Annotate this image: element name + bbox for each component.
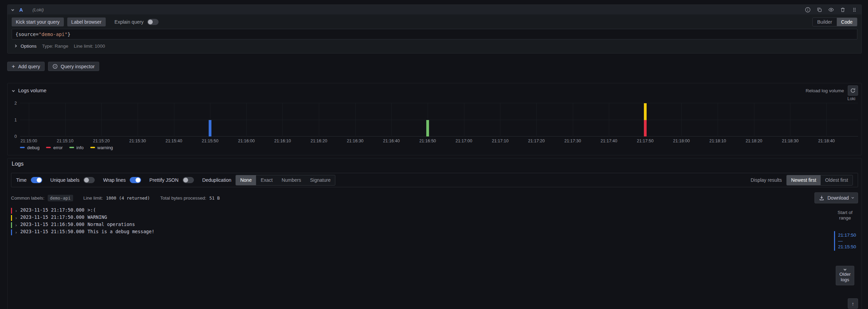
- start-of-range-label: Start of range: [837, 210, 853, 221]
- reload-log-volume-button[interactable]: [848, 85, 858, 96]
- display-order-option-newest-first[interactable]: Newest first: [787, 175, 821, 185]
- chart-legend: debugerrorinfowarning: [20, 144, 858, 151]
- download-button[interactable]: Download: [814, 192, 858, 203]
- dedup-option-signature[interactable]: Signature: [305, 175, 335, 185]
- log-row-expand-icon[interactable]: ›: [12, 229, 20, 236]
- legend-swatch: [46, 147, 51, 148]
- total-bytes-value: 51 B: [209, 195, 220, 201]
- drag-query-handle[interactable]: [852, 7, 857, 13]
- x-axis-label: 21:17:00: [455, 139, 472, 143]
- options-type-summary: Type: Range: [42, 44, 69, 49]
- explain-query-label: Explain query: [115, 19, 144, 25]
- legend-item-warning[interactable]: warning: [90, 145, 113, 150]
- query-toolbar: Kick start your query Label browser Expl…: [12, 17, 857, 26]
- legend-item-error[interactable]: error: [46, 145, 62, 150]
- duplicate-query-button[interactable]: [817, 7, 822, 13]
- x-axis-label: 21:17:10: [492, 139, 509, 143]
- query-text-prefix: {source=: [15, 32, 38, 37]
- time-toggle[interactable]: [31, 177, 42, 183]
- add-query-button[interactable]: + Add query: [7, 62, 45, 71]
- editor-mode-option-code[interactable]: Code: [837, 18, 857, 26]
- line-limit-value: 1000 (4 returned): [106, 195, 150, 201]
- log-row[interactable]: ›2023-11-15 21:17:50.000>:(: [11, 207, 832, 214]
- wrap-lines-label: Wrap lines: [103, 177, 126, 183]
- y-axis-label: 2: [14, 100, 17, 106]
- x-axis-label: 21:18:20: [745, 139, 762, 143]
- query-help-button[interactable]: [805, 7, 811, 13]
- older-logs-button[interactable]: Older logs: [836, 266, 854, 285]
- logs-volume-plot: [20, 103, 858, 136]
- common-labels-label: Common labels:: [11, 195, 45, 201]
- query-code-editor[interactable]: {source="demo-api"}: [12, 29, 857, 39]
- legend-item-info[interactable]: info: [69, 145, 84, 150]
- options-label: Options: [21, 44, 37, 49]
- wrap-lines-toggle[interactable]: [130, 177, 141, 183]
- label-browser-button[interactable]: Label browser: [67, 17, 106, 26]
- dedup-option-none[interactable]: None: [236, 175, 256, 185]
- logs-controls-bar: Time Unique labels Wrap lines Prettify J…: [11, 173, 858, 187]
- x-axis: 21:15:0021:15:1021:15:2021:15:3021:15:40…: [20, 136, 858, 144]
- x-axis-label: 21:17:20: [528, 139, 545, 143]
- time-label: Time: [16, 177, 27, 183]
- x-axis-label: 21:18:30: [782, 139, 799, 143]
- volume-bar-warning[interactable]: [644, 103, 647, 120]
- logs-volume-chart: 012: [11, 103, 858, 136]
- scroll-to-top-button[interactable]: ↑: [848, 298, 858, 309]
- range-separator: —: [838, 238, 856, 244]
- display-order-group: Newest firstOldest first: [786, 175, 853, 186]
- logs-volume-header: Logs volume Reload log volume: [11, 85, 858, 96]
- dedup-option-exact[interactable]: Exact: [256, 175, 277, 185]
- query-inspector-label: Query inspector: [61, 64, 95, 69]
- volume-bar-debug[interactable]: [209, 120, 211, 137]
- log-timestamp: 2023-11-15 21:15:50.000: [20, 229, 84, 236]
- volume-bar-error[interactable]: [644, 120, 647, 137]
- x-axis-label: 21:15:50: [202, 139, 219, 143]
- log-row-expand-icon[interactable]: ›: [12, 207, 20, 214]
- legend-item-debug[interactable]: debug: [20, 145, 39, 150]
- log-row[interactable]: ›2023-11-15 21:17:50.000WARNING: [11, 214, 832, 222]
- log-row[interactable]: ›2023-11-15 21:15:50.000This is a debug …: [11, 229, 832, 236]
- query-inspector-button[interactable]: Query inspector: [48, 62, 99, 71]
- collapse-logs-volume-icon[interactable]: [12, 89, 15, 92]
- display-order-option-oldest-first[interactable]: Oldest first: [821, 175, 853, 185]
- log-range-timeline[interactable]: 21:17:50 — 21:15:50: [834, 231, 856, 251]
- log-message: Normal operations: [88, 222, 135, 229]
- grafana-explore-page: A (Loki) Kick start your query Label bro…: [0, 0, 868, 309]
- explain-query-toggle[interactable]: [147, 19, 159, 25]
- log-navigation: Start of range 21:17:50 — 21:15:50 Older…: [832, 210, 858, 285]
- options-line-limit-summary: Line limit: 1000: [74, 44, 105, 49]
- logs-volume-panel: Logs volume Reload log volume Loki 012 2…: [7, 83, 862, 155]
- disable-query-button[interactable]: [828, 7, 834, 13]
- editor-mode-option-builder[interactable]: Builder: [813, 18, 837, 26]
- query-options-row[interactable]: Options Type: Range Line limit: 1000: [12, 42, 857, 50]
- range-to: 21:15:50: [838, 244, 856, 250]
- volume-bar-info[interactable]: [426, 120, 429, 137]
- unique-labels-toggle[interactable]: [83, 177, 95, 183]
- log-row-expand-icon[interactable]: ›: [12, 222, 20, 229]
- log-row[interactable]: ›2023-11-15 21:16:50.000Normal operation…: [11, 222, 832, 229]
- legend-swatch: [20, 147, 25, 148]
- log-row-expand-icon[interactable]: ›: [12, 214, 20, 222]
- datasource-name: (Loki): [33, 7, 44, 12]
- remove-query-button[interactable]: [840, 7, 846, 13]
- refresh-icon: [850, 88, 856, 93]
- log-timestamp: 2023-11-15 21:17:50.000: [20, 214, 84, 222]
- display-results-label: Display results: [751, 177, 782, 183]
- log-message: WARNING: [88, 214, 107, 222]
- query-row-header[interactable]: A (Loki): [8, 5, 861, 14]
- legend-label: warning: [97, 145, 113, 150]
- deduplication-group: NoneExactNumbersSignature: [235, 175, 335, 186]
- x-axis-label: 21:15:20: [93, 139, 110, 143]
- add-query-label: Add query: [18, 64, 40, 69]
- x-axis-label: 21:16:00: [238, 139, 255, 143]
- chevron-down-icon: [852, 196, 854, 199]
- kick-start-query-button[interactable]: Kick start your query: [12, 17, 64, 26]
- dedup-option-numbers[interactable]: Numbers: [277, 175, 305, 185]
- prettify-json-toggle[interactable]: [183, 177, 194, 183]
- logs-panel: Logs Time Unique labels Wrap lines Prett…: [7, 158, 862, 309]
- line-limit-label: Line limit:: [83, 195, 103, 201]
- y-axis-label: 0: [14, 134, 17, 139]
- collapse-query-row-icon[interactable]: [11, 8, 14, 11]
- log-timestamp: 2023-11-15 21:16:50.000: [20, 222, 84, 229]
- query-editor-panel: A (Loki) Kick start your query Label bro…: [7, 4, 862, 54]
